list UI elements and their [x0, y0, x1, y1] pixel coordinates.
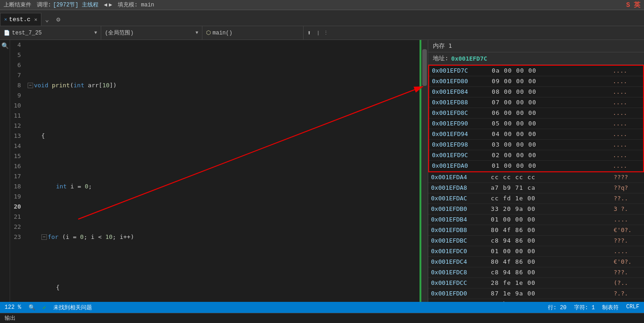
code-line-4: − void print(int arr[10]) [28, 80, 420, 91]
tab-testc[interactable]: × test.c ✕ [0, 13, 41, 26]
status-search-icon[interactable]: 🔍 [29, 304, 35, 311]
file-dropdown-arrow: ▼ [94, 30, 97, 35]
memory-addr-12: 0x001EFDAC [431, 194, 491, 203]
toolbar-nav-next[interactable]: ▶ [109, 1, 112, 8]
memory-bytes-3: 07 00 00 00 [492, 98, 613, 107]
memory-highlighted-group: 0x001EFD7C0a 00 00 00....0x001EFD8009 00… [428, 65, 644, 172]
code-line-5: { [28, 131, 420, 141]
memory-bytes-17: 01 00 00 00 [491, 247, 614, 256]
memory-row: 0x001EFD9803 00 00 00.... [429, 140, 643, 150]
editor-scroll-area[interactable]: 4 5 6 7 8 9 10 11 12 13 14 15 16 17 18 1… [10, 40, 428, 302]
code-text-5: { [34, 131, 45, 141]
memory-bytes-0: 0a 00 00 00 [492, 66, 613, 75]
file-dropdown[interactable]: 📄 test_7_25 ▼ [0, 26, 101, 40]
memory-address-bar: 地址: 0x001EFD7C [428, 52, 644, 65]
dd-extra-icon: | [315, 30, 322, 36]
addr-label: 地址: [433, 54, 448, 62]
file-dropdown-icon: 📄 [4, 30, 10, 36]
ln-8: 8 [14, 80, 21, 91]
func-dropdown[interactable]: ⬡ main() [202, 26, 304, 40]
ln-5: 5 [14, 50, 21, 60]
memory-ascii-18: €'0?. [614, 257, 641, 266]
memory-addr-7: 0x001EFD98 [432, 140, 492, 149]
memory-row: 0x001EFDC001 00 00 00.... [428, 246, 644, 257]
code-content[interactable]: − void print(int arr[10]) { int i = 0; [26, 40, 420, 302]
memory-ascii-9: .... [613, 161, 640, 170]
dd-extra2-icon: ⋮ [322, 30, 330, 36]
memory-addr-4: 0x001EFD8C [432, 108, 492, 118]
tab-close-icon-left: × [4, 17, 7, 23]
memory-row: 0x001EFD7C0a 00 00 00.... [429, 66, 643, 76]
status-tab: 制表符 [602, 304, 619, 312]
ln-10: 10 [14, 101, 21, 111]
scroll-thumb[interactable] [422, 49, 427, 86]
memory-row: 0x001EFDB401 00 00 00.... [428, 215, 644, 225]
memory-row: 0x001EFD8C06 00 00 00.... [429, 108, 643, 119]
memory-ascii-11: ??q? [614, 183, 641, 193]
tab-settings-btn[interactable]: ⚙ [52, 13, 63, 26]
memory-addr-19: 0x001EFDC8 [431, 268, 491, 277]
top-toolbar: 上断结束件 调理: [2972节] 主线程 ◀ ▶ 填充模: main S 英 [0, 0, 644, 10]
memory-ascii-3: .... [613, 98, 640, 107]
memory-ascii-5: .... [613, 119, 640, 128]
memory-ascii-16: ???. [614, 236, 641, 245]
memory-ascii-19: ???. [614, 268, 641, 277]
ln-11: 11 [14, 111, 21, 121]
memory-ascii-6: .... [613, 130, 640, 139]
memory-addr-13: 0x001EFDB0 [431, 204, 491, 214]
func-dropdown-icon: ⬡ [206, 29, 211, 36]
main-area: 🔍 4 5 6 7 8 9 10 11 12 13 14 15 [0, 40, 644, 302]
memory-bytes-11: a7 b9 71 ca [491, 183, 614, 193]
memory-row: 0x001EFD9404 00 00 00.... [429, 129, 643, 140]
toolbar-nav-prev[interactable]: ◀ [104, 1, 107, 8]
memory-addr-22: 0x001EFDD4 [431, 300, 491, 302]
memory-ascii-10: ???? [614, 173, 641, 182]
memory-row: 0x001EFDACcc fd 1e 00??.. [428, 193, 644, 204]
memory-row: 0x001EFDA8a7 b9 71 ca??q? [428, 183, 644, 193]
editor-vertical-scrollbar[interactable] [421, 40, 428, 302]
memory-bytes-10: cc cc cc cc [491, 173, 614, 182]
mini-search-icon[interactable]: 🔍 [1, 42, 9, 50]
code-line-6: int i = 0; [28, 181, 420, 192]
toolbar-item-5: 填充模: main [118, 1, 154, 9]
memory-addr-17: 0x001EFDC0 [431, 247, 491, 256]
memory-addr-5: 0x001EFD90 [432, 119, 492, 128]
tab-extra-btn[interactable]: ⌄ [41, 13, 52, 26]
memory-addr-1: 0x001EFD80 [432, 77, 492, 86]
dd-nav-btn[interactable]: ⬆ [304, 29, 315, 37]
ln-16: 16 [14, 161, 21, 171]
memory-row: 0x001EFDC480 4f 86 00€'0?. [428, 257, 644, 267]
memory-bytes-13: 33 20 9a 00 [491, 204, 614, 214]
addr-value: 0x001EFD7C [451, 55, 487, 62]
code-line-7: − for (i = 0; i < 10; i++) [28, 232, 420, 242]
memory-addr-6: 0x001EFD94 [432, 130, 492, 139]
scope-dropdown-label: (全局范围) [105, 29, 194, 37]
left-mini-gutter: 🔍 [0, 40, 10, 302]
memory-addr-10: 0x001EFDA4 [431, 173, 491, 182]
scope-dropdown[interactable]: (全局范围) ▼ [101, 26, 202, 40]
memory-bytes-20: 28 fe 1e 00 [491, 278, 614, 288]
ln-4: 4 [14, 40, 21, 50]
collapse-4[interactable]: − [28, 83, 33, 88]
memory-ascii-14: .... [614, 215, 641, 224]
memory-bytes-21: 87 1e 9a 00 [491, 289, 614, 298]
tab-close-btn[interactable]: ✕ [34, 17, 37, 23]
memory-ascii-21: ?.?. [614, 289, 641, 298]
memory-addr-15: 0x001EFDB8 [431, 226, 491, 235]
ln-17: 17 [14, 171, 21, 181]
memory-addr-14: 0x001EFDB4 [431, 215, 491, 224]
memory-bytes-19: c8 94 86 00 [491, 268, 614, 277]
logo-area: S 英 [626, 1, 640, 9]
ln-12: 12 [14, 121, 21, 131]
memory-row: 0x001EFDA001 00 00 00.... [429, 161, 643, 171]
memory-bytes-14: 01 00 00 00 [491, 215, 614, 224]
ln-15: 15 [14, 151, 21, 161]
memory-addr-3: 0x001EFD88 [432, 98, 492, 107]
status-encoding: CRLF [626, 304, 639, 312]
scope-dropdown-arrow: ▼ [196, 30, 198, 35]
memory-row: 0x001EFDC8c8 94 86 00???. [428, 267, 644, 278]
ln-23: 23 [14, 232, 21, 242]
collapse-7[interactable]: − [41, 234, 47, 240]
memory-rows-container[interactable]: 0x001EFD7C0a 00 00 00....0x001EFD8009 00… [428, 65, 644, 302]
memory-addr-11: 0x001EFDA8 [431, 183, 491, 193]
